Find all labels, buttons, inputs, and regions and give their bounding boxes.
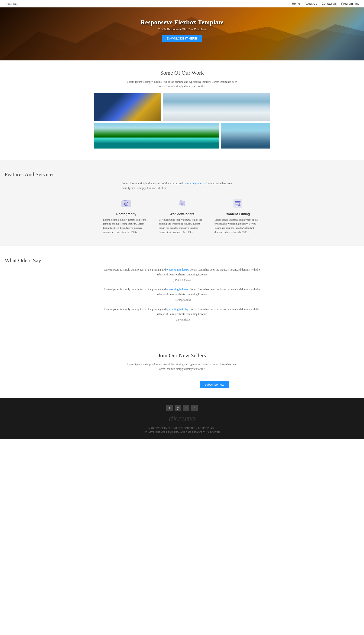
testimonial-2-author: _ George Smith xyxy=(103,298,261,302)
testimonial-2-text: Lorem Ipsum is simply dummy text of the … xyxy=(103,287,261,297)
testimonial-1-text: Lorem Ipsum is simply dummy text of the … xyxy=(103,267,261,277)
work-title: Some Of Our Work xyxy=(5,70,359,76)
gallery-item-1 xyxy=(94,93,161,121)
nav-home-link[interactable]: Home xyxy=(292,2,300,5)
svg-point-4 xyxy=(125,203,128,205)
newsletter-desc: Lorem Ipsum is simply dummy text of the … xyxy=(122,362,242,371)
testimonials-title: What Oders Say xyxy=(5,257,359,264)
feature-content-title: Content Editing xyxy=(214,212,261,216)
testimonial-2: Lorem Ipsum is simply dummy text of the … xyxy=(103,287,261,302)
newsletter-title: Join Our New Sellers xyxy=(5,352,359,359)
gallery-image-4 xyxy=(221,123,270,148)
nav-contact-link[interactable]: Contact Us xyxy=(322,2,336,5)
newsletter-section: Join Our New Sellers Lorem Ipsum is simp… xyxy=(0,338,364,398)
gallery-row-2 xyxy=(94,123,270,148)
feature-photography-title: Photography xyxy=(103,212,150,216)
work-desc: Lorem Ipsum is simply dummy text of the … xyxy=(122,80,242,89)
feature-webdev-text: Lorem Ipsum is simply dummy text of the … xyxy=(159,218,205,234)
svg-rect-17 xyxy=(238,205,240,206)
testimonial-1: Lorem Ipsum is simply dummy text of the … xyxy=(103,267,261,282)
hero-download-button[interactable]: DAWNLODE IT HERE xyxy=(162,35,202,42)
gallery-item-3 xyxy=(94,123,219,148)
footer-credit-1: MADE BY EXAMPLE IMAGES COURTESY TO UNSPL… xyxy=(5,426,359,431)
facebook-icon[interactable]: f xyxy=(183,405,190,411)
navbar: website logo Home About Us Contact Us Pr… xyxy=(0,0,364,8)
feature-webdev: Wed developers Lorem Ipsum is simply dum… xyxy=(159,197,205,234)
svg-point-8 xyxy=(183,201,185,203)
camera-icon xyxy=(120,197,132,209)
newsletter-subscribe-button[interactable]: subscribe now xyxy=(200,381,229,388)
testimonials-section: What Oders Say Lorem Ipsum is simply dum… xyxy=(0,246,364,338)
svg-rect-16 xyxy=(239,203,240,206)
feature-photography: Photography Lorem Ipsum is simply dummy … xyxy=(103,197,150,234)
svg-point-11 xyxy=(184,204,185,206)
feature-content-text: Lorem Ipsum is simply dummy text of the … xyxy=(214,218,261,234)
features-desc: Lorem Ipsum is simply dummy text of the … xyxy=(122,181,242,190)
nav-programming-link[interactable]: Programming xyxy=(341,2,359,5)
hero-content: Responseve Flexbox Template This Is Resp… xyxy=(140,19,224,42)
gallery-image-3 xyxy=(94,123,219,148)
svg-rect-5 xyxy=(124,200,126,201)
code-icon xyxy=(176,197,188,209)
gallery-item-4 xyxy=(221,123,270,148)
footer-credit-2: NO ATTRIBUTION REQUIRED YOU CAN REMOVE T… xyxy=(5,431,359,435)
gallery xyxy=(94,93,270,148)
svg-rect-14 xyxy=(235,202,240,203)
feature-photography-text: Lorem Ipsum is simply dummy text of the … xyxy=(103,218,150,234)
edit-icon xyxy=(232,197,244,209)
hero-section: Responseve Flexbox Template This Is Resp… xyxy=(0,0,364,60)
feature-webdev-title: Wed developers xyxy=(159,212,205,216)
nav-about-link[interactable]: About Us xyxy=(304,2,317,5)
svg-rect-12 xyxy=(234,199,242,207)
features-section: Features And Services Lorem Ipsum is sim… xyxy=(0,160,364,246)
svg-rect-15 xyxy=(235,204,239,204)
feature-content: Content Editing Lorem Ipsum is simply du… xyxy=(214,197,261,234)
svg-point-9 xyxy=(181,203,183,205)
testimonial-3-text: Lorem Ipsum is simply dummy text of the … xyxy=(103,307,261,316)
svg-point-6 xyxy=(128,201,130,202)
work-section: Some Of Our Work Lorem Ipsum is simply d… xyxy=(0,60,364,160)
newsletter-email-input[interactable] xyxy=(135,381,200,388)
features-grid: Photography Lorem Ipsum is simply dummy … xyxy=(94,197,270,234)
hero-subtitle: This Is Responseve Flex Box Exercices xyxy=(140,28,224,31)
svg-point-7 xyxy=(180,200,182,203)
youtube-icon[interactable]: y xyxy=(174,405,181,411)
hero-title: Responseve Flexbox Template xyxy=(140,19,224,26)
newsletter-form: subscribe now xyxy=(5,381,359,388)
twitter-icon[interactable]: t xyxy=(166,405,173,411)
footer: t y f p dkrumo MADE BY EXAMPLE IMAGES CO… xyxy=(0,398,364,439)
testimonial-3-author: _ Kevin Blake xyxy=(103,317,261,322)
newsletter-divider xyxy=(176,376,188,376)
features-title: Features And Services xyxy=(5,171,359,177)
footer-social: t y f p xyxy=(5,405,359,411)
svg-point-10 xyxy=(179,203,180,205)
gallery-image-1 xyxy=(94,93,161,121)
svg-rect-13 xyxy=(235,201,240,202)
pinterest-icon[interactable]: p xyxy=(191,405,198,411)
testimonial-3: Lorem Ipsum is simply dummy text of the … xyxy=(103,307,261,322)
nav-links: Home About Us Contact Us Programming xyxy=(292,2,359,5)
gallery-image-2 xyxy=(163,93,270,121)
gallery-item-2 xyxy=(163,93,270,121)
gallery-row-1 xyxy=(94,93,270,121)
nav-logo: website logo xyxy=(5,2,18,5)
testimonial-1-author: _ Patrick Farrel xyxy=(103,278,261,282)
footer-logo: dkrumo xyxy=(5,415,359,424)
